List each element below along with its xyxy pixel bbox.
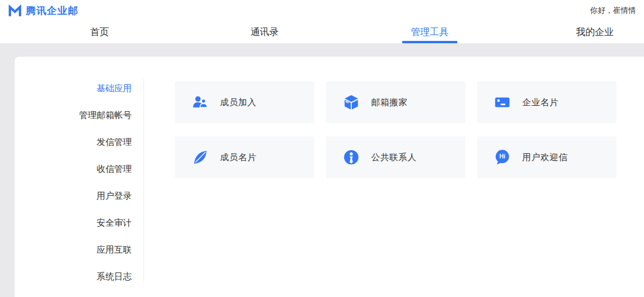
user-greeting: 你好，崔情情 <box>590 0 636 21</box>
card-label: 成员名片 <box>220 152 256 163</box>
card-label: 成员加入 <box>220 97 256 108</box>
public-contacts-icon <box>343 149 359 165</box>
content-panel: 基础应用 管理邮箱帐号 发信管理 收信管理 用户登录 安全审计 应用互联 系统日… <box>15 57 644 297</box>
card-welcome-letter[interactable]: Hi 用户欢迎信 <box>477 136 616 178</box>
card-label: 企业名片 <box>522 97 559 108</box>
card-member-card[interactable]: 成员名片 <box>175 136 314 178</box>
sidebar-divider <box>143 79 144 282</box>
app-window: 腾讯企业邮 你好，崔情情 首页 通讯录 管理工具 我的企业 基础应用 管理邮箱帐… <box>0 0 644 297</box>
tab-home[interactable]: 首页 <box>17 21 182 43</box>
tools-grid: 成员加入 邮箱搬家 <box>175 81 616 178</box>
company-card-icon <box>494 94 511 110</box>
member-card-icon <box>192 149 208 165</box>
main-nav: 首页 通讯录 管理工具 我的企业 <box>0 21 644 43</box>
tab-label: 管理工具 <box>411 26 448 39</box>
tab-my-company[interactable]: 我的企业 <box>512 21 644 43</box>
sidebar-item-manage-accounts[interactable]: 管理邮箱帐号 <box>15 102 132 129</box>
card-label: 用户欢迎信 <box>522 152 568 163</box>
card-company-card[interactable]: 企业名片 <box>477 81 616 123</box>
sidebar-item-receive-mgmt[interactable]: 收信管理 <box>15 156 132 182</box>
page-background: 基础应用 管理邮箱帐号 发信管理 收信管理 用户登录 安全审计 应用互联 系统日… <box>0 43 644 297</box>
tab-label: 我的企业 <box>576 26 614 39</box>
sidebar-item-system-log[interactable]: 系统日志 <box>15 263 132 290</box>
card-mailbox-move[interactable]: 邮箱搬家 <box>326 81 465 123</box>
welcome-letter-icon: Hi <box>494 149 511 165</box>
welcome-badge-text: Hi <box>499 153 505 160</box>
sidebar-item-user-login[interactable]: 用户登录 <box>15 182 132 209</box>
sidebar: 基础应用 管理邮箱帐号 发信管理 收信管理 用户登录 安全审计 应用互联 系统日… <box>15 75 132 290</box>
card-label: 邮箱搬家 <box>371 97 407 108</box>
mailbox-move-icon <box>343 94 359 110</box>
sidebar-item-basic-apps[interactable]: 基础应用 <box>15 75 132 102</box>
card-label: 公共联系人 <box>371 152 417 163</box>
top-header: 腾讯企业邮 你好，崔情情 <box>0 0 644 21</box>
tab-contacts[interactable]: 通讯录 <box>182 21 347 43</box>
tab-admin-tools[interactable]: 管理工具 <box>347 21 512 43</box>
exmail-logo-icon <box>8 4 22 18</box>
sidebar-item-app-connect[interactable]: 应用互联 <box>15 236 132 263</box>
card-public-contacts[interactable]: 公共联系人 <box>326 136 465 178</box>
tab-label: 通讯录 <box>251 26 279 39</box>
card-member-join[interactable]: 成员加入 <box>175 81 314 123</box>
logo-text: 腾讯企业邮 <box>26 4 78 18</box>
sidebar-item-security-audit[interactable]: 安全审计 <box>15 209 132 236</box>
members-join-icon <box>192 94 208 110</box>
exmail-logo[interactable]: 腾讯企业邮 <box>8 0 78 21</box>
tab-label: 首页 <box>90 26 109 39</box>
sidebar-item-send-mgmt[interactable]: 发信管理 <box>15 129 132 156</box>
